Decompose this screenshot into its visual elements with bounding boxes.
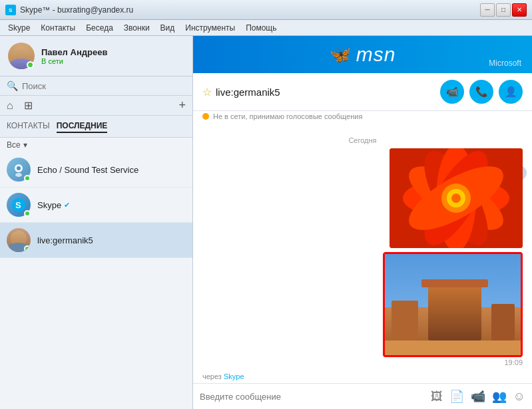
skype-name-wrap: Skype ✔ bbox=[37, 200, 70, 210]
contact-name-echo: Echo / Sound Test Service bbox=[37, 165, 138, 175]
svg-rect-19 bbox=[428, 281, 481, 341]
contact-status-text: Не в сети, принимаю голосовые сообщения bbox=[213, 112, 362, 120]
titlebar-title: S Skype™ - buxrating@yandex.ru bbox=[5, 5, 133, 15]
msn-microsoft: Microsoft bbox=[489, 59, 521, 68]
via-text: через bbox=[202, 372, 224, 380]
tabs-area: КОНТАКТЫ ПОСЛЕДНИЕ bbox=[0, 116, 192, 138]
flower-image bbox=[390, 148, 523, 248]
search-area: 🔍 bbox=[0, 76, 192, 96]
menu-contacts[interactable]: Контакты bbox=[35, 22, 81, 34]
contact-item-echo[interactable]: Echo / Sound Test Service bbox=[0, 152, 192, 188]
message-input-area: 🖼 📄 📹 👥 ☺ bbox=[193, 383, 532, 409]
message-input[interactable] bbox=[200, 392, 425, 402]
contact-list: Echo / Sound Test Service S Skype ✔ bbox=[0, 152, 192, 409]
verified-icon: ✔ bbox=[64, 201, 70, 209]
titlebar: S Skype™ - buxrating@yandex.ru ─ □ ✕ bbox=[0, 0, 532, 20]
via-row: через Skype bbox=[193, 370, 532, 383]
svg-rect-20 bbox=[421, 279, 488, 287]
chat-header-actions: 📹 📞 👤 bbox=[440, 80, 523, 104]
home-icon[interactable]: ⌂ bbox=[7, 100, 13, 112]
favorite-star-icon[interactable]: ☆ bbox=[202, 86, 212, 98]
profile-info: Павел Андреев В сети bbox=[41, 47, 184, 65]
skype-status-dot bbox=[24, 210, 31, 217]
send-video-icon[interactable]: 📹 bbox=[471, 389, 485, 404]
msn-logo: msn bbox=[356, 43, 396, 66]
menu-help[interactable]: Помощь bbox=[240, 22, 282, 34]
titlebar-controls: ─ □ ✕ bbox=[480, 3, 527, 17]
menu-conversation[interactable]: Беседа bbox=[81, 22, 119, 34]
minimize-button[interactable]: ─ bbox=[480, 3, 495, 17]
search-icon: 🔍 bbox=[7, 80, 18, 91]
main-layout: Павел Андреев В сети 🔍 ⌂ ⊞ + КОНТАКТЫ ПО… bbox=[0, 36, 532, 409]
contact-item-skype[interactable]: S Skype ✔ bbox=[0, 188, 192, 223]
contact-avatar-skype: S bbox=[7, 193, 31, 217]
menu-skype[interactable]: Skype bbox=[3, 22, 35, 34]
tab-recent[interactable]: ПОСЛЕДНИЕ bbox=[57, 120, 108, 133]
contact-avatar-echo bbox=[7, 158, 31, 182]
avatar-wrap bbox=[8, 43, 35, 69]
chat-status-row: Не в сети, принимаю голосовые сообщения bbox=[193, 111, 532, 126]
sidebar: Павел Андреев В сети 🔍 ⌂ ⊞ + КОНТАКТЫ ПО… bbox=[0, 36, 193, 409]
skype-logo-icon: S bbox=[11, 198, 26, 212]
menu-tools[interactable]: Инструменты bbox=[180, 22, 240, 34]
svg-text:S: S bbox=[15, 200, 21, 210]
message-timestamp: 19:09 bbox=[383, 357, 523, 368]
svg-text:S: S bbox=[9, 7, 13, 13]
chat-body[interactable]: Сегодня ↑ bbox=[193, 126, 532, 370]
echo-status-dot bbox=[24, 175, 31, 182]
grid-icon[interactable]: ⊞ bbox=[24, 99, 33, 112]
emoji-icon[interactable]: ☺ bbox=[513, 390, 525, 404]
date-divider: Сегодня bbox=[202, 136, 523, 144]
svg-point-3 bbox=[15, 173, 22, 177]
msn-banner: 🦋 msn Microsoft bbox=[193, 36, 532, 73]
contact-name-user: live:germanik5 bbox=[37, 235, 93, 245]
svg-rect-22 bbox=[491, 304, 515, 341]
tab-contacts[interactable]: КОНТАКТЫ bbox=[7, 120, 50, 133]
profile-area: Павел Андреев В сети bbox=[0, 36, 192, 76]
svg-rect-21 bbox=[392, 301, 418, 341]
desert-svg bbox=[385, 254, 523, 357]
search-input[interactable] bbox=[22, 81, 186, 91]
message-image-flower bbox=[390, 148, 523, 248]
svg-point-4 bbox=[17, 166, 21, 170]
user-status-dot bbox=[24, 245, 31, 252]
chat-header-area: ☆ live:germanik5 📹 📞 👤 Не в сети, приним… bbox=[193, 73, 532, 126]
window-title: Skype™ - buxrating@yandex.ru bbox=[20, 5, 133, 15]
contact-item-user[interactable]: live:germanik5 bbox=[0, 223, 192, 258]
contact-name-skype: Skype bbox=[37, 200, 61, 210]
chevron-down-icon: ▾ bbox=[23, 140, 27, 150]
video-call-button[interactable]: 📹 bbox=[440, 80, 464, 104]
maximize-button[interactable]: □ bbox=[496, 3, 511, 17]
filter-area[interactable]: Все ▾ bbox=[0, 138, 192, 152]
contact-avatar-user bbox=[7, 228, 31, 252]
close-button[interactable]: ✕ bbox=[512, 3, 527, 17]
flower-svg bbox=[390, 148, 523, 248]
profile-status-dot bbox=[27, 61, 34, 68]
svg-point-16 bbox=[451, 194, 461, 203]
menu-view[interactable]: Вид bbox=[155, 22, 180, 34]
desert-image bbox=[383, 252, 523, 357]
chat-contact-name: live:germanik5 bbox=[216, 86, 440, 98]
right-panel: 🦋 msn Microsoft ☆ live:germanik5 📹 📞 👤 Н… bbox=[193, 36, 532, 409]
via-link[interactable]: Skype bbox=[224, 372, 244, 380]
phone-call-button[interactable]: 📞 bbox=[469, 80, 493, 104]
menu-calls[interactable]: Звонки bbox=[119, 22, 155, 34]
send-image-icon[interactable]: 🖼 bbox=[431, 390, 443, 404]
echo-icon bbox=[11, 162, 27, 178]
message-image-desert-wrap: 19:09 bbox=[383, 252, 523, 368]
profile-name: Павел Андреев bbox=[41, 47, 184, 57]
add-contact-button[interactable]: 👤 bbox=[499, 80, 523, 104]
nav-icons: ⌂ ⊞ + bbox=[0, 96, 192, 116]
chat-header: ☆ live:germanik5 📹 📞 👤 bbox=[193, 73, 532, 111]
skype-icon: S bbox=[5, 5, 16, 15]
profile-status: В сети bbox=[41, 57, 184, 65]
filter-label: Все bbox=[7, 140, 21, 150]
message-area: 19:09 bbox=[202, 148, 523, 368]
send-file-icon[interactable]: 📄 bbox=[449, 389, 464, 404]
svg-rect-23 bbox=[385, 341, 523, 357]
add-contacts-icon[interactable]: 👥 bbox=[492, 389, 507, 404]
menubar: Skype Контакты Беседа Звонки Вид Инструм… bbox=[0, 20, 532, 36]
add-icon[interactable]: + bbox=[178, 98, 186, 112]
contact-status-circle bbox=[202, 113, 209, 120]
input-actions: 🖼 📄 📹 👥 ☺ bbox=[431, 389, 525, 404]
